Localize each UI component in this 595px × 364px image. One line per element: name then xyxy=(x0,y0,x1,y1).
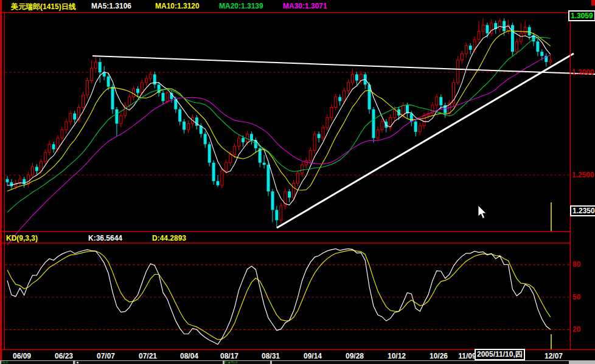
date-label: 07/07 xyxy=(97,352,115,360)
ma10-line xyxy=(7,31,551,191)
kd-k-line xyxy=(7,249,551,344)
date-label: 07/21 xyxy=(139,352,157,360)
chart-canvas[interactable] xyxy=(0,0,595,364)
date-label: 09/14 xyxy=(304,352,322,360)
kd-level-20: 20 xyxy=(572,325,580,334)
low-price-box: 1.2350 xyxy=(570,205,595,216)
kd-indicator-title: KD(9,3,3) xyxy=(6,234,38,242)
date-tooltip: 2005/11/10,四 xyxy=(475,349,525,360)
date-label: 09/28 xyxy=(346,352,364,360)
window-left-border xyxy=(0,0,2,360)
kd-d-value: D:44.2893 xyxy=(152,234,186,242)
date-label: 11/09 xyxy=(458,352,476,360)
date-label: 10/12 xyxy=(388,352,406,360)
header-corner-glyph xyxy=(591,0,595,5)
chart-window: 美元瑞郎(1415)日线 MA5:1.3106 MA10:1.3120 MA20… xyxy=(0,0,595,364)
date-label: 08/04 xyxy=(180,352,198,360)
ma20-line xyxy=(7,37,551,212)
date-label: 12/07 xyxy=(545,352,563,360)
price-level-13000: 1.3000 xyxy=(572,68,594,77)
taskbar-button[interactable]: X: ■ Hs.ilt xyxy=(224,361,270,364)
date-label: 06/09 xyxy=(13,352,31,360)
date-label: 08/17 xyxy=(220,352,238,360)
date-label: 10/26 xyxy=(430,352,448,360)
last-price-box: 1.3059 xyxy=(568,10,595,21)
kd-d-line xyxy=(7,250,551,340)
resistance-trendline xyxy=(92,56,595,74)
kd-k-value: K:36.5644 xyxy=(88,234,122,242)
date-label: 06/23 xyxy=(55,352,73,360)
kd-level-50: 50 xyxy=(572,293,580,301)
kd-level-80: 80 xyxy=(572,260,580,269)
taskbar-button[interactable] xyxy=(272,361,569,364)
taskbar: Hs.ilt | ■X: ■ Hs.ilt xyxy=(0,360,595,364)
date-label: 08/31 xyxy=(262,352,280,360)
price-level-12500: 1.2500 xyxy=(572,171,594,179)
taskbar-button[interactable]: | ■ xyxy=(75,361,223,364)
mouse-cursor xyxy=(478,205,486,219)
support-trendline xyxy=(277,53,574,228)
taskbar-button[interactable]: Hs.ilt xyxy=(1,361,73,364)
candlesticks xyxy=(6,18,552,228)
